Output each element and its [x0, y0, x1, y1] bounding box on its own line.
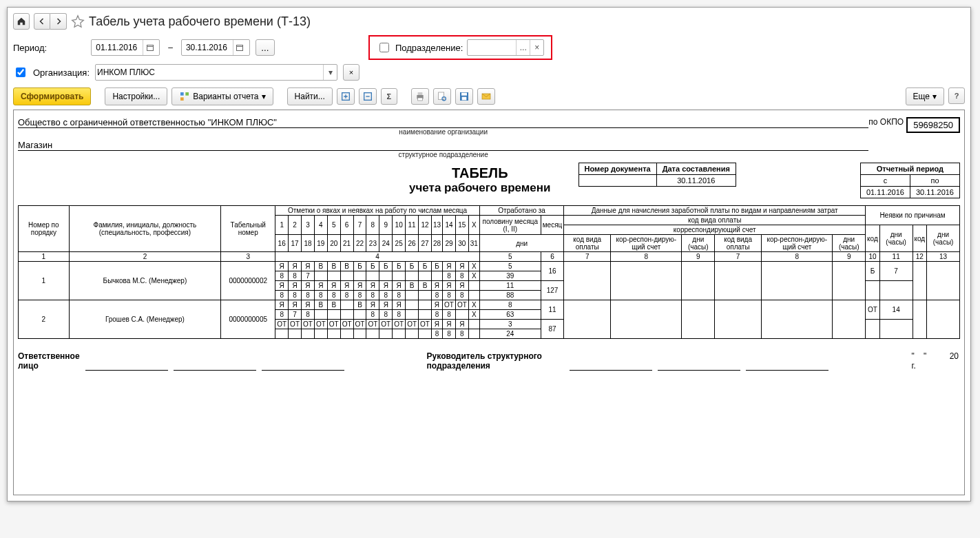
- sigma-icon: Σ: [386, 92, 391, 101]
- svg-rect-13: [461, 93, 467, 96]
- report-variants-button[interactable]: Варианты отчета ▾: [171, 87, 273, 105]
- signature-row: Ответственное лицо Руководитель структур…: [18, 351, 960, 371]
- forward-button[interactable]: [50, 13, 67, 30]
- okpo-label: по ОКПО: [868, 117, 904, 127]
- period-picker-button[interactable]: ...: [256, 39, 275, 56]
- organization-clear-button[interactable]: ×: [343, 64, 359, 81]
- svg-rect-1: [237, 45, 243, 51]
- org-full-name: Общество с ограниченной ответственностью…: [18, 117, 868, 128]
- calendar-icon: [236, 43, 244, 52]
- save-button[interactable]: [455, 88, 473, 105]
- nav-group: [34, 13, 67, 30]
- svg-rect-3: [186, 92, 189, 96]
- floppy-icon: [459, 91, 470, 102]
- svg-rect-0: [147, 45, 153, 51]
- subdivision-clear-button[interactable]: ×: [530, 40, 543, 55]
- tabel-title: ТАБЕЛЬ учета рабочего времени: [409, 165, 550, 195]
- subdivision-subtitle: структурное подразделение: [18, 151, 868, 158]
- generate-button[interactable]: Сформировать: [13, 87, 91, 105]
- period-row: Период: – ... Подразделение: ... ×: [13, 35, 965, 60]
- email-icon: [481, 91, 492, 102]
- arrow-left-icon: [38, 17, 46, 25]
- page-title: Табель учета рабочего времени (Т-13): [89, 14, 311, 29]
- calendar-icon: [146, 43, 154, 52]
- subdivision-name: Магазин: [18, 140, 868, 151]
- subdivision-field[interactable]: ... ×: [467, 39, 544, 56]
- org-subtitle: наименование организации: [18, 128, 868, 136]
- period-to-input[interactable]: [185, 42, 233, 53]
- more-button[interactable]: Еще ▾: [906, 87, 944, 105]
- find-button[interactable]: Найти...: [287, 87, 333, 105]
- period-dash: –: [168, 43, 173, 52]
- organization-checkbox[interactable]: [16, 68, 25, 77]
- toolbar: Сформировать Настройки... Варианты отчет…: [13, 87, 965, 105]
- svg-rect-2: [180, 92, 184, 96]
- preview-button[interactable]: [433, 88, 451, 105]
- home-button[interactable]: [13, 13, 30, 30]
- settings-button[interactable]: Настройки...: [105, 87, 167, 105]
- calendar-from-button[interactable]: [143, 40, 156, 55]
- subdivision-filter-highlight: Подразделение: ... ×: [368, 35, 552, 60]
- titlebar: Табель учета рабочего времени (Т-13): [13, 13, 965, 30]
- home-icon: [17, 17, 26, 26]
- expand-icon: [340, 91, 351, 102]
- organization-row: Организация: ▾ ×: [13, 64, 965, 81]
- report-window: Табель учета рабочего времени (Т-13) Пер…: [7, 7, 971, 501]
- email-button[interactable]: [477, 88, 495, 105]
- subdivision-input[interactable]: [468, 42, 516, 53]
- organization-input[interactable]: [96, 67, 323, 78]
- svg-rect-8: [417, 92, 422, 95]
- svg-rect-4: [180, 97, 184, 101]
- subdivision-label: Подразделение:: [395, 43, 463, 53]
- sum-button[interactable]: Σ: [381, 88, 397, 105]
- collapse-icon: [362, 91, 373, 102]
- period-from-field[interactable]: [91, 39, 160, 56]
- chevron-down-icon: ▾: [262, 92, 266, 101]
- organization-dropdown-button[interactable]: ▾: [323, 65, 337, 80]
- print-icon: [415, 91, 426, 102]
- report-period-table: Отчетный период спо 01.11.201630.11.2016: [860, 163, 960, 198]
- report-body: Общество с ограниченной ответственностью…: [13, 110, 965, 495]
- period-from-input[interactable]: [94, 42, 143, 53]
- arrow-right-icon: [54, 17, 63, 25]
- help-button[interactable]: ?: [948, 87, 965, 104]
- svg-rect-9: [417, 98, 422, 101]
- svg-rect-10: [438, 92, 444, 100]
- calendar-to-button[interactable]: [233, 40, 247, 55]
- collapse-button[interactable]: [359, 88, 377, 105]
- period-to-field[interactable]: [181, 39, 250, 56]
- subdivision-select-button[interactable]: ...: [516, 40, 530, 55]
- favorite-star-icon[interactable]: [71, 14, 85, 28]
- preview-icon: [437, 91, 448, 102]
- chevron-down-icon: ▾: [932, 92, 937, 101]
- svg-rect-14: [461, 97, 466, 101]
- help-icon: ?: [955, 92, 959, 100]
- doc-info-table: Номер документаДата составления 30.11.20…: [578, 163, 736, 187]
- print-button[interactable]: [411, 88, 429, 105]
- organization-label: Организация:: [33, 68, 90, 78]
- period-label: Период:: [13, 43, 47, 53]
- subdivision-checkbox[interactable]: [379, 43, 389, 52]
- expand-button[interactable]: [337, 88, 355, 105]
- variants-icon: [179, 91, 190, 102]
- okpo-value: 59698250: [906, 117, 960, 133]
- organization-field[interactable]: ▾: [95, 64, 337, 81]
- timesheet-table: Номер по порядкуФамилия, инициалы, должн…: [18, 205, 960, 339]
- back-button[interactable]: [34, 13, 50, 30]
